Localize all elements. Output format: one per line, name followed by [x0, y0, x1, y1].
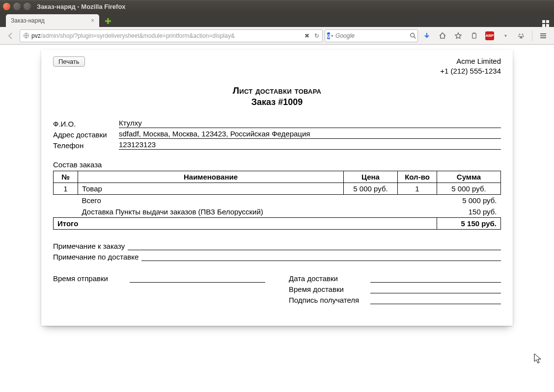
stop-reload-split[interactable]: ✖ ↻ [305, 32, 319, 39]
window-title: Заказ-наряд - Mozilla Firefox [37, 3, 126, 10]
grand-value: 5 150 руб. [437, 217, 501, 229]
browser-tab[interactable]: Заказ-наряд × [6, 14, 99, 27]
url-bar[interactable]: pvz/admin/shop/?plugin=syrdeliverysheet&… [20, 29, 323, 42]
tab-title: Заказ-наряд [11, 17, 45, 24]
order-note-line [128, 241, 501, 250]
delivery-date-line [370, 274, 501, 283]
panorama-button[interactable] [542, 20, 549, 27]
items-heading: Состав заказа [53, 160, 501, 169]
tab-strip: Заказ-наряд × [0, 12, 554, 27]
print-button[interactable]: Печать [53, 56, 85, 67]
bookmark-star-button[interactable] [451, 29, 465, 43]
fio-value: Ктулху [119, 118, 501, 128]
shipping-label: Доставка Пункты выдачи заказов (ПВЗ Бело… [78, 206, 437, 218]
phone-label: Телефон [53, 141, 117, 150]
svg-point-8 [522, 33, 523, 35]
svg-rect-6 [473, 32, 475, 33]
subtotal-value: 5 000 руб. [437, 195, 501, 206]
adblock-button[interactable]: ABP [483, 29, 497, 43]
svg-point-3 [411, 33, 415, 37]
window-titlebar: Заказ-наряд - Mozilla Firefox [0, 0, 554, 12]
tab-close-button[interactable]: × [90, 17, 95, 24]
totals-table: Всего 5 000 руб. Доставка Пункты выдачи … [53, 195, 501, 230]
search-input[interactable] [335, 32, 410, 39]
clipboard-button[interactable] [467, 29, 481, 43]
item-sum: 5 000 руб. [437, 183, 501, 194]
back-button[interactable] [4, 29, 18, 43]
url-domain: pvz [31, 32, 41, 39]
item-n: 1 [54, 183, 78, 194]
col-sum: Сумма [437, 171, 501, 183]
phone-value: 123123123 [119, 140, 501, 150]
chevron-down-icon[interactable]: ▾ [331, 33, 333, 38]
svg-rect-1 [105, 21, 111, 22]
svg-point-7 [519, 33, 520, 35]
toolbar-separator [532, 30, 532, 41]
new-tab-button[interactable] [102, 15, 114, 27]
url-path: /admin/shop/?plugin=syrdeliverysheet&mod… [41, 32, 235, 39]
search-icon[interactable] [410, 32, 416, 39]
globe-icon [23, 32, 29, 39]
svg-rect-5 [472, 33, 476, 38]
company-phone: +1 (212) 555-1234 [440, 66, 501, 76]
delivery-note-label: Примечание по доставке [53, 253, 138, 261]
subtotal-label: Всего [78, 195, 437, 206]
dispatch-time-line [130, 274, 265, 283]
item-name: Товар [78, 183, 344, 194]
delivery-date-label: Дата доставки [289, 274, 367, 283]
svg-point-10 [523, 35, 524, 37]
dispatch-time-label: Время отправки [53, 274, 127, 283]
item-price: 5 000 руб. [344, 183, 398, 194]
delivery-time-line [370, 285, 501, 293]
window-minimize-button[interactable] [13, 3, 21, 10]
page-viewport: Печать Acme Limited +1 (212) 555-1234 Ли… [0, 45, 554, 392]
svg-point-9 [518, 35, 520, 37]
svg-line-4 [414, 36, 416, 38]
extension-chevron[interactable]: ▾ [499, 29, 512, 43]
shipping-value: 150 руб. [437, 206, 501, 218]
search-bar[interactable]: g ▾ [325, 29, 418, 42]
col-qty: Кол-во [398, 171, 437, 183]
table-row: 1 Товар 5 000 руб. 1 5 000 руб. [54, 183, 501, 194]
doc-title-line1: Лист доставки товара [53, 85, 501, 96]
search-engine-icon: g [327, 32, 330, 39]
delivery-note-line [141, 252, 501, 261]
svg-point-11 [520, 36, 523, 38]
col-n: № [54, 171, 78, 183]
navigation-toolbar: pvz/admin/shop/?plugin=syrdeliverysheet&… [0, 27, 554, 45]
address-label: Адрес доставки [53, 131, 117, 139]
window-close-button[interactable] [3, 3, 10, 10]
col-price: Цена [344, 171, 398, 183]
signature-line [370, 295, 501, 304]
grand-label: Итого [54, 217, 437, 229]
hamburger-menu-button[interactable] [536, 29, 550, 43]
order-note-label: Примечание к заказу [53, 242, 125, 250]
fio-label: Ф.И.О. [53, 120, 117, 128]
col-name: Наименование [78, 171, 344, 183]
doc-title-line2: Заказ #1009 [53, 97, 501, 107]
home-button[interactable] [436, 29, 449, 43]
delivery-time-label: Время доставки [289, 285, 367, 293]
signature-label: Подпись получателя [289, 296, 367, 304]
company-name: Acme Limited [440, 56, 501, 66]
company-block: Acme Limited +1 (212) 555-1234 [440, 56, 501, 77]
window-maximize-button[interactable] [24, 3, 31, 10]
paw-icon[interactable] [514, 29, 528, 43]
delivery-sheet: Печать Acme Limited +1 (212) 555-1234 Ли… [41, 50, 513, 326]
items-table: № Наименование Цена Кол-во Сумма 1 Товар… [53, 171, 501, 195]
address-value: sdfadf, Москва, Москва, 123423, Российск… [119, 129, 501, 139]
item-qty: 1 [398, 183, 437, 194]
downloads-button[interactable] [420, 29, 434, 43]
